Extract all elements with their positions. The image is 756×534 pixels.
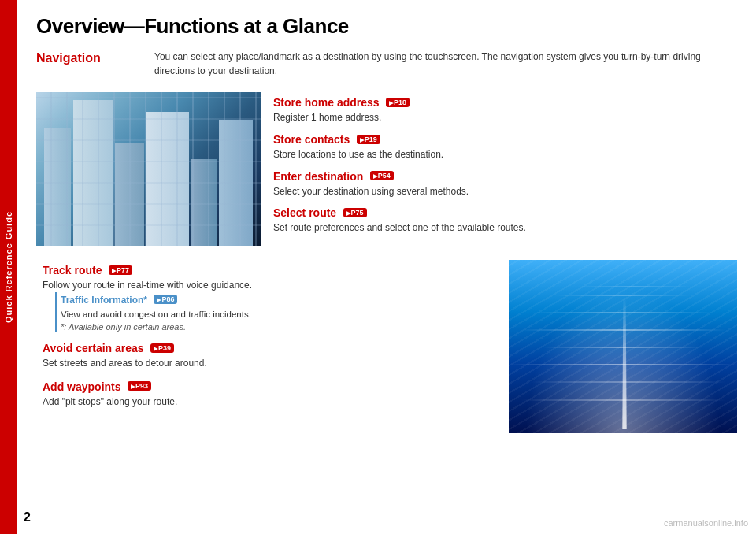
- sub-feature-traffic-badge: P86: [154, 295, 177, 304]
- feature-select-route-desc: Set route preferences and select one of …: [273, 221, 737, 235]
- sub-feature-traffic: Traffic Information* P86 View and avoid …: [55, 292, 493, 332]
- feature-avoid-areas-desc: Set streets and areas to detour around.: [43, 357, 493, 370]
- building-3: [115, 143, 145, 246]
- feature-enter-destination-desc: Select your destination using several me…: [273, 185, 737, 198]
- feature-store-home-desc: Register 1 home address.: [273, 111, 737, 124]
- feature-avoid-areas-badge: P39: [150, 343, 174, 353]
- feature-track-route-badge: P77: [109, 265, 132, 275]
- main-content: Overview—Functions at a Glance Navigatio…: [17, 0, 756, 534]
- building-4: [146, 112, 189, 246]
- feature-track-route-desc: Follow your route in real-time with voic…: [43, 279, 493, 292]
- sidebar-label: Quick Reference Guide: [0, 0, 17, 534]
- speed-line-3: [543, 347, 703, 348]
- feature-select-route-title: Select route: [273, 206, 336, 219]
- navigation-section: Navigation You can select any place/land…: [36, 50, 737, 86]
- building-2: [73, 100, 112, 246]
- feature-store-home: Store home address P18 Register 1 home a…: [273, 95, 737, 124]
- speed-line-8: [577, 286, 691, 287]
- sidebar-text: Quick Reference Guide: [4, 211, 13, 323]
- feature-add-waypoints: Add waypoints P93 Add "pit stops" along …: [43, 380, 493, 409]
- speed-line-2: [521, 329, 726, 331]
- feature-avoid-areas-title: Avoid certain areas: [43, 342, 144, 354]
- feature-store-contacts-desc: Store locations to use as the destinatio…: [273, 148, 737, 161]
- feature-track-route-title: Track route: [43, 264, 102, 276]
- building-6: [219, 120, 253, 246]
- speed-line-7: [521, 399, 726, 401]
- center-road-line: [622, 298, 626, 429]
- sub-feature-traffic-note: *: Available only in certain areas.: [61, 322, 493, 332]
- bottom-features: Track route P77 Follow your route in rea…: [43, 260, 493, 433]
- page-title: Overview—Functions at a Glance: [36, 14, 737, 39]
- speed-line-4: [509, 364, 737, 365]
- speed-line-1: [532, 312, 714, 313]
- feature-add-waypoints-badge: P93: [128, 381, 151, 391]
- feature-add-waypoints-title: Add waypoints: [43, 380, 121, 393]
- building-5: [191, 159, 216, 246]
- feature-store-contacts-badge: P19: [357, 135, 380, 144]
- speed-line-5: [532, 381, 726, 383]
- speed-lines: [509, 260, 737, 433]
- feature-enter-destination-title: Enter destination: [273, 170, 363, 183]
- building-image: [36, 92, 261, 246]
- building-container: [36, 92, 261, 246]
- feature-add-waypoints-desc: Add "pit stops" along your route.: [43, 395, 493, 409]
- bottom-section: Track route P77 Follow your route in rea…: [43, 260, 737, 433]
- feature-track-route: Track route P77 Follow your route in rea…: [43, 263, 493, 332]
- feature-select-route-badge: P75: [343, 208, 367, 217]
- building-1: [44, 128, 71, 246]
- top-section: Store home address P18 Register 1 home a…: [36, 92, 737, 246]
- feature-store-home-title: Store home address: [273, 96, 380, 109]
- feature-select-route: Select route P75 Set route preferences a…: [273, 206, 737, 235]
- feature-store-contacts: Store contacts P19 Store locations to us…: [273, 132, 737, 161]
- feature-enter-destination-badge: P54: [370, 171, 394, 180]
- sub-feature-traffic-title: Traffic Information*: [61, 295, 147, 306]
- section-description: You can select any place/landmark as a d…: [154, 50, 737, 78]
- sub-feature-traffic-desc: View and avoid congestion and traffic in…: [61, 308, 493, 321]
- feature-avoid-areas: Avoid certain areas P39 Set streets and …: [43, 341, 493, 370]
- speed-line-6: [554, 295, 691, 296]
- feature-enter-destination: Enter destination P54 Select your destin…: [273, 169, 737, 198]
- section-header: Navigation: [36, 51, 154, 86]
- features-list: Store home address P18 Register 1 home a…: [273, 92, 737, 243]
- feature-store-contacts-title: Store contacts: [273, 133, 350, 146]
- highway-image: [509, 260, 737, 433]
- feature-store-home-badge: P18: [386, 98, 410, 107]
